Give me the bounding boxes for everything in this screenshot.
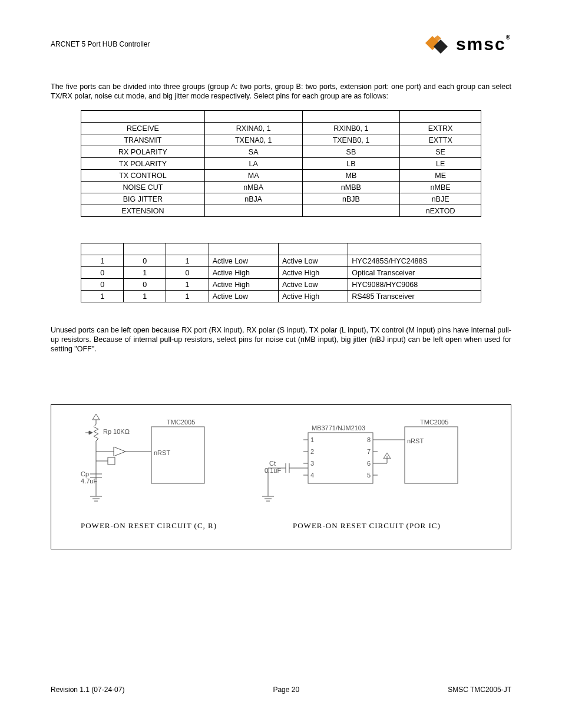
table-cell: LB xyxy=(302,158,400,170)
footer-revision: Revision 1.1 (07-24-07) xyxy=(51,686,124,694)
table-cell: nBJE xyxy=(400,193,481,205)
table-cell: TXENA0, 1 xyxy=(204,134,302,146)
table-cell: 1 xyxy=(166,291,209,302)
table-cell: HYC2485S/HYC2488S xyxy=(348,255,481,267)
left-caption: POWER-ON RESET CIRCUIT (C, R) xyxy=(81,521,217,530)
table-cell: SB xyxy=(302,146,400,158)
notes-paragraph: Unused ports can be left open because RX… xyxy=(51,326,511,354)
ic-label: MB3771/NJM2103 xyxy=(312,424,365,431)
table-cell: MB xyxy=(302,170,400,182)
table-cell: Active High xyxy=(209,279,278,291)
table-cell: RX POLARITY xyxy=(81,146,205,158)
table-cell: TX CONTROL xyxy=(81,170,205,182)
table-cell: nMBA xyxy=(204,182,302,193)
table-cell: Active High xyxy=(278,267,348,279)
table-cell: nBJB xyxy=(302,193,400,205)
table-cell: Active Low xyxy=(278,279,348,291)
table-cell: HYC9088/HYC9068 xyxy=(348,279,481,291)
table-cell: Active Low xyxy=(209,255,278,267)
right-caption: POWER-ON RESET CIRCUIT (POR IC) xyxy=(293,521,441,530)
table-cell: 0 xyxy=(81,279,124,291)
table-row: RECEIVERXINA0, 1RXINB0, 1EXTRX xyxy=(81,123,481,134)
table-row: TRANSMITTXENA0, 1TXENB0, 1EXTTX xyxy=(81,134,481,146)
table-row: 111Active LowActive HighRS485 Transceive… xyxy=(81,291,481,302)
nrst-label-left: nRST xyxy=(154,449,170,456)
table-cell: Active High xyxy=(209,267,278,279)
table-cell xyxy=(81,111,205,123)
pin7: 7 xyxy=(367,448,371,455)
table-row: 010Active HighActive HighOptical Transce… xyxy=(81,267,481,279)
smsc-logo: smsc® xyxy=(422,33,511,55)
table-row: TX POLARITYLALBLE xyxy=(81,158,481,170)
pin5: 5 xyxy=(367,472,371,479)
table-cell: RECEIVE xyxy=(81,123,205,134)
table-row xyxy=(81,111,481,123)
table-cell xyxy=(124,243,166,255)
page-header: ARCNET 5 Port HUB Controller smsc® xyxy=(51,33,511,55)
footer-page: Page 20 xyxy=(273,686,299,694)
pin1: 1 xyxy=(310,436,314,443)
table-row: 101Active LowActive LowHYC2485S/HYC2488S xyxy=(81,255,481,267)
intro-paragraph: The five ports can be divided into three… xyxy=(51,83,511,101)
table-cell: SE xyxy=(400,146,481,158)
table-cell: 0 xyxy=(81,267,124,279)
table-cell: 1 xyxy=(166,255,209,267)
table-cell: EXTTX xyxy=(400,134,481,146)
polarity-config-table: 101Active LowActive LowHYC2485S/HYC2488S… xyxy=(81,243,481,302)
table-row: NOISE CUTnMBAnMBBnMBE xyxy=(81,182,481,193)
svg-marker-17 xyxy=(114,447,125,456)
table-cell: LE xyxy=(400,158,481,170)
table-cell xyxy=(400,111,481,123)
pin2: 2 xyxy=(310,448,314,455)
table-cell: RS485 Transceiver xyxy=(348,291,481,302)
ct-label-2: 0.1uF xyxy=(265,467,281,474)
table-cell: EXTRX xyxy=(400,123,481,134)
table-cell: 1 xyxy=(81,255,124,267)
table-cell xyxy=(348,243,481,255)
table-cell: 1 xyxy=(124,267,166,279)
table-cell: ME xyxy=(400,170,481,182)
table-row: BIG JITTERnBJAnBJBnBJE xyxy=(81,193,481,205)
circuit-diagram: Rp 10KΩ TMC2005 nRST Cp 4.7uF POWER-ON R… xyxy=(57,409,505,545)
logo-icon xyxy=(422,33,452,55)
table-cell xyxy=(81,243,124,255)
chip-label-left: TMC2005 xyxy=(167,419,195,426)
svg-marker-3 xyxy=(92,414,100,420)
table-cell: nBJA xyxy=(204,193,302,205)
table-cell: nEXTOD xyxy=(400,205,481,217)
ct-label-1: Ct xyxy=(269,460,276,467)
table-cell xyxy=(166,243,209,255)
table-cell: RXINB0, 1 xyxy=(302,123,400,134)
nrst-label-right: nRST xyxy=(407,437,424,444)
table-cell: TXENB0, 1 xyxy=(302,134,400,146)
table-cell: EXTENSION xyxy=(81,205,205,217)
table-cell: Optical Transceiver xyxy=(348,267,481,279)
page-footer: Revision 1.1 (07-24-07) Page 20 SMSC TMC… xyxy=(51,686,511,694)
table-cell xyxy=(302,111,400,123)
svg-rect-16 xyxy=(108,457,115,465)
table-cell: 1 xyxy=(124,291,166,302)
table-cell: 1 xyxy=(166,279,209,291)
table-cell: nMBB xyxy=(302,182,400,193)
cp-label-2: 4.7uF xyxy=(81,477,97,485)
table-cell xyxy=(209,243,278,255)
table-cell xyxy=(204,205,302,217)
table-row: RX POLARITYSASBSE xyxy=(81,146,481,158)
svg-rect-41 xyxy=(405,427,458,483)
header-title: ARCNET 5 Port HUB Controller xyxy=(51,40,150,48)
table-cell: TRANSMIT xyxy=(81,134,205,146)
table-cell: nMBE xyxy=(400,182,481,193)
footer-docid: SMSC TMC2005-JT xyxy=(448,686,511,694)
table-cell: NOISE CUT xyxy=(81,182,205,193)
table-cell: Active High xyxy=(278,291,348,302)
pin-groups-table: RECEIVERXINA0, 1RXINB0, 1EXTRXTRANSMITTX… xyxy=(81,110,481,217)
table-row: TX CONTROLMAMBME xyxy=(81,170,481,182)
table-cell: Active Low xyxy=(209,291,278,302)
table-cell: SA xyxy=(204,146,302,158)
rp-label: Rp 10KΩ xyxy=(103,428,130,435)
table-cell: BIG JITTER xyxy=(81,193,205,205)
table-cell: LA xyxy=(204,158,302,170)
reset-circuit-figure: Rp 10KΩ TMC2005 nRST Cp 4.7uF POWER-ON R… xyxy=(51,404,511,549)
table-cell: 0 xyxy=(166,267,209,279)
pin3: 3 xyxy=(310,460,314,467)
